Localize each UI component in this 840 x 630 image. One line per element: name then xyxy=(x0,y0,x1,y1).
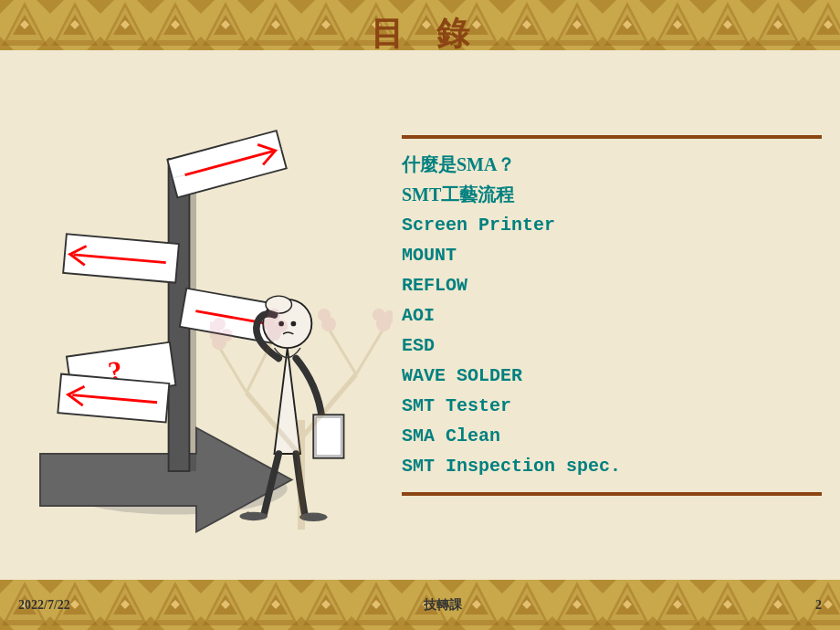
svg-line-16 xyxy=(356,329,383,374)
footer-center: 技轉課 xyxy=(424,597,462,614)
svg-point-20 xyxy=(220,329,233,341)
menu-area: 什麼是SMA？SMT工藝流程Screen PrinterMOUNTREFLOWA… xyxy=(393,50,840,580)
menu-bottom-border xyxy=(402,492,822,496)
item-wave-solder: WAVE SOLDER xyxy=(402,361,822,391)
svg-point-25 xyxy=(275,320,288,332)
svg-point-26 xyxy=(268,309,280,321)
item-aoi: AOI xyxy=(402,300,822,331)
item-reflow: REFLOW xyxy=(402,270,822,300)
watermark-tree xyxy=(210,256,393,530)
item-smt-inspection: SMT Inspection spec. xyxy=(402,451,822,481)
item-smt-tester: SMT Tester xyxy=(402,391,822,421)
border-bottom: 2022/7/22 技轉課 2 xyxy=(0,580,840,630)
item-sma: 什麼是SMA？ xyxy=(402,150,822,180)
content-area: ? xyxy=(0,50,840,580)
slide: // We'll do this inline in the SVG with … xyxy=(0,0,840,630)
svg-point-28 xyxy=(373,309,385,321)
item-mount: MOUNT xyxy=(402,240,822,270)
menu-top-border xyxy=(402,135,822,139)
footer: 2022/7/22 技轉課 2 xyxy=(0,580,840,630)
svg-point-31 xyxy=(318,309,331,321)
illustration-area: ? xyxy=(0,50,393,580)
item-smt-process: SMT工藝流程 xyxy=(402,180,822,210)
menu-list: 什麼是SMA？SMT工藝流程Screen PrinterMOUNTREFLOWA… xyxy=(402,150,822,481)
item-sma-clean: SMA Clean xyxy=(402,421,822,451)
item-esd: ESD xyxy=(402,331,822,361)
svg-line-15 xyxy=(247,338,274,393)
svg-line-17 xyxy=(329,329,356,374)
svg-line-13 xyxy=(301,374,356,438)
footer-date: 2022/7/22 xyxy=(18,598,70,613)
svg-line-12 xyxy=(247,393,301,457)
item-screen-printer: Screen Printer xyxy=(402,210,822,240)
svg-line-14 xyxy=(219,347,247,393)
footer-page: 2 xyxy=(815,598,822,613)
page-title: 目 錄 xyxy=(0,9,840,59)
